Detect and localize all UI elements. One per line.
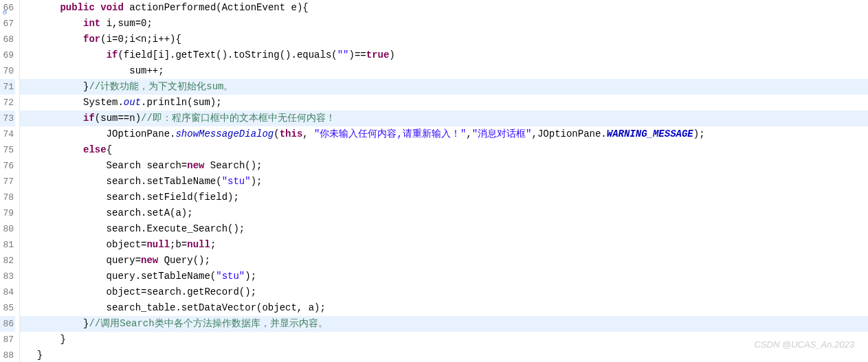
code-line[interactable]: for(i=0;i<n;i++){: [20, 32, 868, 47]
code-line[interactable]: if(sum==n)//即：程序窗口框中的文本框中无任何内容！: [20, 111, 868, 126]
token-plain: [25, 18, 83, 29]
token-plain: )==: [349, 49, 366, 60]
line-number: 76: [0, 158, 15, 174]
line-number: 88: [0, 348, 15, 362]
token-plain: [25, 144, 83, 155]
line-number: 85: [0, 300, 15, 316]
code-line[interactable]: search.setField(field);: [20, 190, 868, 205]
token-plain: (i=0;i<n;i++){: [100, 34, 181, 45]
token-itb: WARNING_MESSAGE: [607, 128, 693, 139]
token-plain: ): [389, 49, 394, 60]
line-number: 83: [0, 269, 15, 284]
token-str: "": [337, 49, 349, 60]
token-plain: );: [245, 271, 256, 282]
code-area[interactable]: public void actionPerformed(ActionEvent …: [20, 0, 868, 362]
token-kw: new: [141, 255, 158, 266]
token-plain: search.setTableName(: [25, 176, 222, 187]
token-kw: int: [83, 18, 100, 29]
code-line[interactable]: }//计数功能，为下文初始化sum。: [20, 79, 868, 95]
token-plain: }: [25, 350, 43, 361]
line-number: 86: [0, 316, 15, 332]
line-number: 79: [0, 205, 15, 221]
token-plain: );: [251, 176, 263, 187]
token-kw: if: [107, 49, 118, 60]
token-plain: JOptionPane.: [25, 128, 175, 139]
line-number: ⊖66: [0, 0, 15, 16]
token-plain: [25, 34, 83, 45]
token-kw: null: [187, 239, 210, 250]
token-plain: actionPerformed(ActionEvent e){: [124, 2, 309, 13]
token-plain: object=search.getRecord();: [25, 286, 256, 297]
code-line[interactable]: if(field[i].getText().toString().equals(…: [20, 47, 868, 63]
code-line[interactable]: }: [20, 332, 868, 348]
token-it: out: [124, 97, 141, 108]
token-str: "消息对话框": [472, 128, 532, 139]
code-line[interactable]: object=search.getRecord();: [20, 284, 868, 300]
line-number: 71: [0, 79, 15, 95]
line-number: 74: [0, 126, 15, 142]
token-plain: Search();: [204, 160, 262, 171]
token-kw: void: [100, 2, 124, 13]
token-plain: [25, 49, 107, 60]
line-number: 67: [0, 16, 15, 32]
code-line[interactable]: JOptionPane.showMessageDialog(this, "你未输…: [20, 126, 868, 142]
token-plain: search.setField(field);: [25, 192, 239, 203]
token-plain: .println(sum);: [141, 97, 222, 108]
code-line[interactable]: System.out.println(sum);: [20, 95, 868, 111]
token-plain: (sum==n): [95, 113, 141, 124]
token-kw: else: [83, 144, 107, 155]
fold-icon[interactable]: ⊖: [0, 5, 7, 12]
line-number: 82: [0, 253, 15, 269]
token-com: //计数功能，为下文初始化sum。: [89, 81, 233, 92]
token-plain: query=: [25, 255, 141, 266]
token-plain: ,JOptionPane.: [532, 128, 607, 139]
token-plain: [25, 2, 60, 13]
code-line[interactable]: }//调用Search类中各个方法操作数据库，并显示内容。: [20, 316, 868, 332]
watermark: CSDN @UCAS_An.2023: [755, 339, 854, 350]
line-number: 72: [0, 95, 15, 111]
token-plain: (field[i].getText().toString().equals(: [118, 49, 337, 60]
code-line[interactable]: Search search=new Search();: [20, 158, 868, 174]
line-number: 80: [0, 221, 15, 237]
token-plain: }: [25, 81, 89, 92]
code-line[interactable]: sum++;: [20, 63, 868, 79]
token-str: "stu": [222, 176, 251, 187]
token-kw: new: [187, 160, 204, 171]
line-number: 75: [0, 142, 15, 158]
code-editor[interactable]: ⊖666768697071727374757677787980818283848…: [0, 0, 868, 362]
code-line[interactable]: query.setTableName("stu");: [20, 269, 868, 284]
token-plain: (: [274, 128, 279, 139]
code-line[interactable]: }: [20, 348, 868, 362]
code-line[interactable]: else{: [20, 142, 868, 158]
code-line[interactable]: search.Execute_Search();: [20, 221, 868, 237]
line-number: 87: [0, 332, 15, 348]
code-line[interactable]: int i,sum=0;: [20, 16, 868, 32]
token-kw: true: [366, 49, 390, 60]
token-plain: ;b=: [170, 239, 187, 250]
token-plain: Search search=: [25, 160, 187, 171]
code-line[interactable]: object=null;b=null;: [20, 237, 868, 253]
token-com: //调用Search类中各个方法操作数据库，并显示内容。: [89, 318, 327, 329]
token-plain: {: [107, 144, 112, 155]
token-plain: object=: [25, 239, 146, 250]
code-line[interactable]: search.setA(a);: [20, 205, 868, 221]
token-plain: System.: [25, 97, 124, 108]
line-number: 70: [0, 63, 15, 79]
token-plain: }: [25, 318, 89, 329]
line-number: 81: [0, 237, 15, 253]
code-line[interactable]: query=new Query();: [20, 253, 868, 269]
line-number: 77: [0, 174, 15, 190]
line-number: 68: [0, 32, 15, 47]
code-line[interactable]: public void actionPerformed(ActionEvent …: [20, 0, 868, 16]
token-plain: sum++;: [25, 65, 164, 76]
code-line[interactable]: search_table.setDataVector(object, a);: [20, 300, 868, 316]
code-line[interactable]: search.setTableName("stu");: [20, 174, 868, 190]
token-plain: query.setTableName(: [25, 271, 216, 282]
token-str: "stu": [216, 271, 245, 282]
token-plain: Query();: [158, 255, 210, 266]
token-plain: [25, 113, 83, 124]
token-plain: ,: [466, 128, 471, 139]
token-kw: null: [146, 239, 170, 250]
line-number: 73: [0, 111, 15, 126]
token-plain: i,sum=0;: [100, 18, 153, 29]
